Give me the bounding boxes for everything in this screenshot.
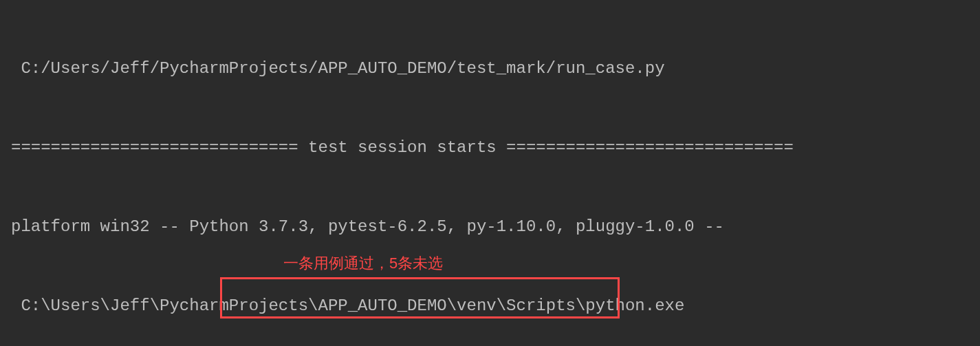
output-line: platform win32 -- Python 3.7.3, pytest-6… [11, 214, 969, 240]
output-line: ============================= test sessi… [11, 135, 969, 161]
output-line: C:\Users\Jeff\PycharmProjects\APP_AUTO_D… [11, 293, 969, 319]
output-line: C:/Users/Jeff/PycharmProjects/APP_AUTO_D… [11, 56, 969, 82]
annotation-text: 一条用例通过，5条未选 [283, 251, 443, 275]
terminal-output: C:/Users/Jeff/PycharmProjects/APP_AUTO_D… [0, 0, 980, 346]
